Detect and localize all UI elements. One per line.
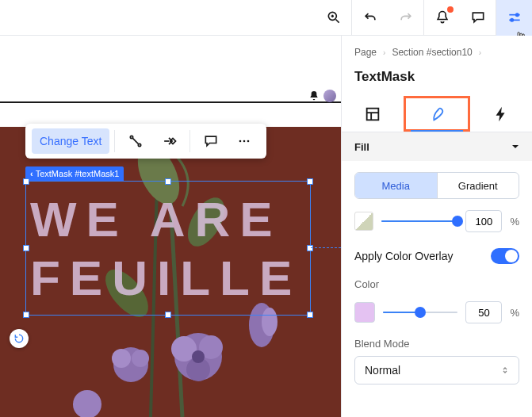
svg-point-18: [112, 349, 131, 368]
media-thumbnail[interactable]: [354, 212, 373, 231]
tab-actions[interactable]: [470, 96, 532, 132]
resize-handle-mt[interactable]: [165, 178, 171, 185]
avatar: [323, 90, 336, 102]
overlay-toggle[interactable]: [491, 248, 519, 264]
panel-title: TextMask: [342, 63, 532, 96]
reset-button[interactable]: [10, 329, 29, 348]
seg-media[interactable]: Media: [355, 173, 437, 198]
floating-toolbar: Change Text: [25, 124, 266, 159]
svg-point-28: [247, 140, 250, 143]
more-button[interactable]: [228, 128, 260, 154]
notifications-button[interactable]: [424, 0, 460, 36]
panel-tabs: [342, 96, 532, 132]
fill-type-segment: Media Gradient: [354, 172, 519, 199]
chevron-right-icon: ›: [383, 48, 385, 57]
comments-button[interactable]: [460, 0, 496, 36]
svg-rect-29: [367, 108, 379, 120]
comment-button[interactable]: [195, 128, 227, 154]
overlay-label: Apply Color Overlay: [354, 250, 454, 262]
svg-point-7: [511, 19, 513, 21]
svg-point-27: [243, 140, 246, 143]
chevron-right-icon: ›: [479, 48, 481, 57]
svg-point-16: [192, 350, 205, 363]
accordion-label: Fill: [354, 141, 369, 153]
section-bar: [0, 90, 341, 103]
properties-panel: Page › Section #section10 › TextMask Fil…: [341, 36, 532, 417]
accordion-fill[interactable]: Fill: [342, 132, 532, 161]
crumb-section[interactable]: Section #section10: [392, 47, 472, 58]
color-swatch[interactable]: [354, 302, 375, 323]
breadcrumb: Page › Section #section10 ›: [342, 36, 532, 63]
undo-button[interactable]: [352, 0, 388, 36]
selection-label[interactable]: TextMask #textMask1: [25, 166, 124, 181]
svg-point-23: [131, 136, 133, 138]
crumb-page[interactable]: Page: [354, 47, 377, 58]
percent-unit: %: [510, 216, 519, 228]
resize-handle-br[interactable]: [307, 312, 313, 318]
percent-unit: %: [510, 307, 519, 319]
tab-design[interactable]: [404, 96, 470, 132]
tab-layout[interactable]: [342, 96, 404, 132]
blend-label: Blend Mode: [354, 338, 519, 350]
bell-icon: [308, 90, 320, 102]
selection-box[interactable]: [25, 181, 311, 316]
properties-panel-button[interactable]: [496, 0, 532, 36]
svg-point-19: [132, 350, 149, 367]
change-text-button[interactable]: Change Text: [32, 128, 109, 154]
svg-point-24: [139, 143, 141, 146]
color-opacity-slider[interactable]: [383, 304, 457, 320]
animation-button[interactable]: [120, 128, 151, 154]
redo-button[interactable]: [388, 0, 423, 36]
interactions-button[interactable]: [153, 128, 185, 154]
blend-mode-select[interactable]: Normal: [354, 356, 519, 384]
resize-handle-bl[interactable]: [23, 312, 29, 318]
canvas: WE ARE FEUILLE TextMask #textMask1 Chang…: [0, 0, 341, 417]
resize-handle-tl[interactable]: [23, 178, 29, 185]
measure-guide: [311, 247, 341, 248]
resize-handle-mb[interactable]: [165, 312, 171, 318]
resize-handle-ml[interactable]: [23, 245, 29, 251]
chevron-down-icon: [511, 143, 519, 151]
chevron-updown-icon: [501, 366, 509, 374]
seg-gradient[interactable]: Gradient: [438, 173, 519, 198]
blend-value: Normal: [365, 364, 400, 377]
svg-point-5: [515, 13, 518, 16]
resize-handle-mr[interactable]: [307, 245, 313, 251]
opacity-input[interactable]: 100: [465, 210, 502, 232]
notification-badge: [446, 5, 455, 14]
opacity-slider[interactable]: [381, 213, 457, 229]
color-opacity-input[interactable]: 50: [465, 301, 502, 323]
color-label: Color: [354, 278, 519, 290]
svg-point-26: [239, 140, 242, 143]
resize-handle-tr[interactable]: [307, 178, 313, 185]
